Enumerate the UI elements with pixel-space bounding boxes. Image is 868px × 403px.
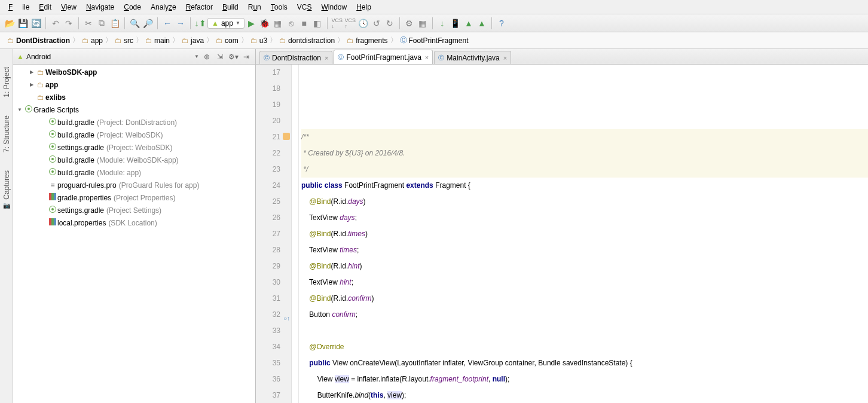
vcs-update-icon[interactable]: VCS↓ [331,17,343,29]
android-monitor-icon[interactable]: ▲ [463,17,475,29]
code-line[interactable] [301,323,868,339]
code-line[interactable]: TextView times; [301,242,868,258]
breadcrumb-item[interactable]: 🗀fragments [343,35,391,46]
project-tree[interactable]: ▶🗀WeiboSDK-app▶🗀app🗀exlibs▼Gradle Script… [13,65,255,403]
breadcrumb-item[interactable]: 🗀main [142,35,173,46]
rail-captures[interactable]: 📷Captures [2,170,11,209]
make-icon[interactable]: ↓⬆ [194,17,206,29]
close-tab-icon[interactable]: × [503,54,507,62]
menu-analyze[interactable]: Analyze [146,1,181,13]
code-line[interactable]: public View onCreateView(LayoutInflater … [301,355,868,371]
menu-tools[interactable]: Tools [266,1,292,13]
sync-icon[interactable]: 🔄 [30,17,42,29]
tree-row[interactable]: ▶🗀app [13,78,255,91]
project-view-mode[interactable]: Android [26,53,192,61]
code-line[interactable]: /** [301,129,868,145]
rail-structure[interactable]: 7: Structure [2,115,11,152]
breadcrumb-item[interactable]: 🗀com [212,35,242,46]
code-line[interactable]: * Created by ${U3} on 2016/4/8. [301,145,868,161]
menu-window[interactable]: Window [316,1,352,13]
code-line[interactable]: Button confirm; [301,307,868,323]
code-line[interactable]: @Bind(R.id.hint) [301,258,868,274]
find-icon[interactable]: 🔍 [129,17,140,29]
menu-run[interactable]: Run [243,1,266,13]
debug-icon[interactable]: 🐞 [259,17,271,29]
code-line[interactable]: @Override [301,339,868,355]
tree-row[interactable]: ▼Gradle Scripts [13,103,255,116]
menu-refactor[interactable]: Refactor [181,1,218,13]
run-icon[interactable]: ▶ [246,17,258,29]
menu-view[interactable]: View [56,1,81,13]
code-line[interactable]: TextView days; [301,210,868,226]
code-editor[interactable]: 17181920212223242526272829303132○↑333435… [256,65,868,403]
expand-arrow-icon[interactable]: ▶ [27,82,36,87]
override-icon[interactable]: ○↑ [283,310,290,326]
tree-row[interactable]: build.gradle(Project: DontDistraction) [13,116,255,129]
open-icon[interactable]: 📂 [4,17,16,29]
breadcrumb-item[interactable]: 🗀java [178,35,207,46]
forward-icon[interactable]: → [175,17,187,29]
vcs-push-icon[interactable]: ↻ [384,17,396,29]
close-tab-icon[interactable]: × [325,54,328,62]
tree-row[interactable]: ▶🗀WeiboSDK-app [13,66,255,78]
breadcrumb-item[interactable]: 🗀src [111,35,137,46]
paste-icon[interactable]: 📋 [109,17,121,29]
breadcrumb-item[interactable]: ⒸFootPrintFragment [396,34,472,47]
code-line[interactable]: */ [301,161,868,178]
redo-icon[interactable]: ↷ [63,17,75,29]
expand-arrow-icon[interactable]: ▶ [27,69,36,75]
project-structure-icon[interactable]: ▦ [417,17,429,29]
settings-gear-icon[interactable]: ⚙▾ [228,53,239,61]
run-config-selector[interactable]: ▲ app ▼ [207,18,244,29]
scroll-from-source-icon[interactable]: ⊕ [201,53,212,61]
menu-file[interactable]: File [4,1,34,13]
expand-arrow-icon[interactable]: ▼ [16,107,24,112]
attach-icon[interactable]: ⎋ [285,17,297,29]
code-line[interactable]: public class FootPrintFragment extends F… [301,178,868,194]
vcs-revert-icon[interactable]: ↺ [371,17,383,29]
sdk-manager-icon[interactable]: ↓ [436,17,448,29]
breadcrumb-item[interactable]: 🗀app [78,35,106,46]
menu-edit[interactable]: Edit [34,1,56,13]
code-line[interactable]: ButterKnife.bind(this, view); [301,387,868,403]
hide-icon[interactable]: ⇥ [241,53,252,61]
android-icon-2[interactable]: ▲ [476,17,488,29]
tree-row[interactable]: local.properties(SDK Location) [13,216,255,229]
save-icon[interactable]: 💾 [17,17,29,29]
rail-project[interactable]: 1: Project [2,67,11,97]
cut-icon[interactable]: ✂ [82,17,94,29]
editor-tab[interactable]: ⒸMainActivity.java× [434,51,511,64]
back-icon[interactable]: ← [161,17,173,29]
menu-vcs[interactable]: VCS [292,1,317,13]
tree-row[interactable]: settings.gradle(Project: WeiboSDK) [13,141,255,154]
breadcrumb-item[interactable]: 🗀DontDistraction [4,35,74,46]
code-line[interactable]: @Bind(R.id.times) [301,226,868,242]
code-line[interactable]: View view = inflater.inflate(R.layout.fr… [301,371,868,387]
tree-row[interactable]: ≡proguard-rules.pro(ProGuard Rules for a… [13,179,255,191]
profile-icon[interactable]: ▦ [272,17,284,29]
tree-row[interactable]: settings.gradle(Project Settings) [13,204,255,216]
gutter-mark-icon[interactable] [283,133,290,140]
vcs-history-icon[interactable]: 🕓 [357,17,369,29]
menu-navigate[interactable]: Navigate [81,1,119,13]
vcs-commit-icon[interactable]: VCS↑ [344,17,356,29]
code-line[interactable]: @Bind(R.id.confirm) [301,291,868,307]
code-line[interactable] [301,113,868,129]
tree-row[interactable]: 🗀exlibs [13,91,255,103]
apply-icon[interactable]: ◧ [311,17,323,29]
collapse-all-icon[interactable]: ⇲ [215,53,225,61]
copy-icon[interactable]: ⧉ [96,17,108,29]
menu-help[interactable]: Help [352,1,376,13]
close-tab-icon[interactable]: × [425,54,429,61]
menu-code[interactable]: Code [119,1,146,13]
editor-tab[interactable]: ⒸDontDistraction× [259,51,332,64]
breadcrumb-item[interactable]: 🗀u3 [247,35,271,46]
fold-column[interactable] [292,65,299,403]
replace-icon[interactable]: 🔎 [142,17,154,29]
tree-row[interactable]: build.gradle(Project: WeiboSDK) [13,129,255,141]
code-content[interactable]: /** * Created by ${U3} on 2016/4/8. */pu… [292,65,868,403]
tree-row[interactable]: gradle.properties(Project Properties) [13,191,255,204]
stop-icon[interactable]: ■ [298,17,310,29]
settings-icon[interactable]: ⚙ [404,17,415,29]
tree-row[interactable]: build.gradle(Module: app) [13,166,255,179]
